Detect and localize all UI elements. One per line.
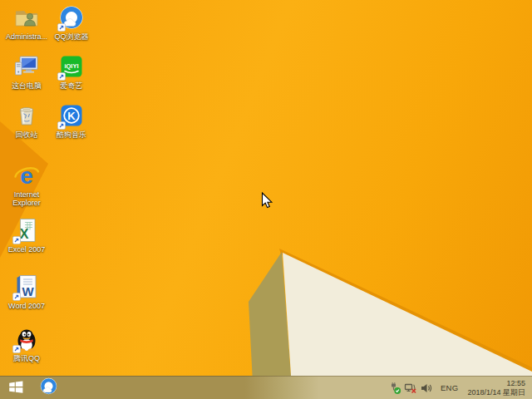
shortcut-arrow-icon [12, 236, 21, 244]
clock-date: 2018/1/14 星期日 [467, 388, 525, 397]
desktop-icon-this-pc[interactable]: 这台电脑 [3, 53, 50, 90]
shortcut-arrow-icon [57, 72, 66, 81]
desktop-icon-label: 酷狗音乐 [48, 131, 95, 139]
desktop-icon-internet-explorer[interactable]: eInternet Explorer [3, 162, 50, 207]
desktop-icon-label: 爱奇艺 [48, 81, 95, 90]
taskbar-clock[interactable]: 12:55 2018/1/14 星期日 [467, 379, 527, 397]
iqiyi-icon: iQIYI [58, 53, 85, 80]
desktop-icon-label: 回收站 [3, 131, 50, 139]
recycle-bin-icon [13, 102, 40, 129]
desktop-icon-tencent-qq[interactable]: 腾讯QQ [3, 326, 50, 362]
kugou-music-icon: K [58, 102, 85, 129]
desktop-icon-recycle-bin[interactable]: 回收站 [3, 102, 50, 139]
desktop-icons: Administra...QQ浏览器这台电脑iQIYI爱奇艺回收站K酷狗音乐eI… [3, 0, 111, 376]
word-2007-icon: W [13, 273, 40, 300]
desktop-icon-kugou-music[interactable]: K酷狗音乐 [48, 102, 95, 139]
volume-icon[interactable] [420, 382, 433, 395]
desktop-icon-iqiyi[interactable]: iQIYI爱奇艺 [48, 53, 95, 90]
desktop[interactable]: Administra...QQ浏览器这台电脑iQIYI爱奇艺回收站K酷狗音乐eI… [0, 0, 532, 399]
desktop-icon-label: Administra... [3, 32, 50, 41]
language-indicator[interactable]: ENG [436, 383, 466, 392]
windows-logo-icon [7, 377, 25, 398]
svg-text:e: e [20, 163, 33, 189]
tencent-qq-icon [13, 326, 40, 352]
desktop-icon-label: QQ浏览器 [48, 32, 95, 41]
admin-folder-icon [13, 4, 40, 31]
taskbar-qq-browser-button[interactable] [32, 377, 65, 399]
this-pc-icon [13, 53, 40, 80]
desktop-icon-qq-browser[interactable]: QQ浏览器 [48, 4, 95, 41]
desktop-icon-label: 这台电脑 [3, 81, 50, 90]
qq-browser-icon [39, 377, 58, 399]
shortcut-arrow-icon [57, 121, 66, 130]
clock-time: 12:55 [467, 379, 525, 388]
desktop-icon-admin-folder[interactable]: Administra... [3, 4, 50, 41]
network-disconnected-icon[interactable] [404, 382, 417, 395]
taskbar: ENG 12:55 2018/1/14 星期日 [0, 376, 532, 399]
shortcut-arrow-icon [12, 293, 21, 301]
mouse-cursor-icon [261, 192, 275, 214]
qq-browser-icon [58, 4, 85, 31]
desktop-icon-label: 腾讯QQ [3, 354, 50, 362]
svg-text:W: W [22, 284, 34, 298]
excel-2007-icon: X [13, 217, 40, 244]
desktop-icon-word-2007[interactable]: WWord 2007 [3, 273, 50, 310]
system-tray: ENG 12:55 2018/1/14 星期日 [388, 379, 532, 397]
start-button[interactable] [0, 377, 32, 399]
shortcut-arrow-icon [12, 345, 21, 353]
usb-safely-remove-icon[interactable] [388, 382, 401, 395]
svg-text:iQIYI: iQIYI [64, 62, 78, 70]
desktop-icon-label: Word 2007 [3, 302, 50, 310]
desktop-icon-label: Internet Explorer [3, 190, 50, 207]
desktop-icon-label: Excel 2007 [3, 245, 50, 254]
svg-text:K: K [67, 110, 76, 122]
internet-explorer-icon: e [13, 162, 40, 189]
shortcut-arrow-icon [57, 23, 66, 32]
desktop-icon-excel-2007[interactable]: XExcel 2007 [3, 217, 50, 254]
svg-text:X: X [20, 227, 29, 241]
